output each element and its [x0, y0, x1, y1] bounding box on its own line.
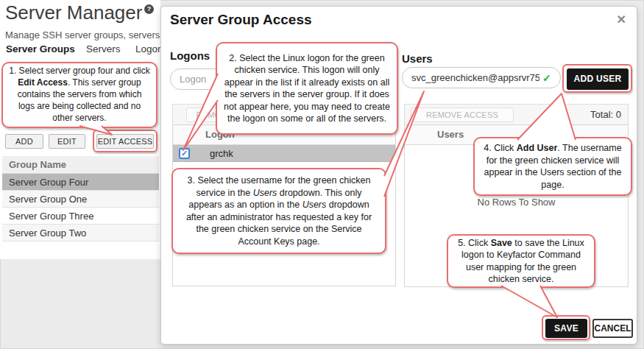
- users-dropdown-input[interactable]: [402, 67, 561, 88]
- table-row-server-group-three[interactable]: Server Group Three: [2, 208, 159, 225]
- page-subtitle: Manage SSH server groups, servers, a: [5, 29, 160, 40]
- users-label: Users: [402, 52, 433, 65]
- close-icon[interactable]: ✕: [617, 13, 626, 27]
- edit-button[interactable]: EDIT: [49, 134, 85, 149]
- callout-step-2: 2. Select the Linux logon for the green …: [216, 42, 398, 135]
- logon-row-label: grchk: [173, 145, 395, 162]
- help-icon[interactable]: ?: [144, 4, 154, 14]
- valid-check-icon: ✓: [542, 72, 551, 84]
- logon-checkbox[interactable]: ✓: [179, 148, 190, 159]
- screenshot-root: Server Manager ? Manage SSH server group…: [0, 0, 644, 349]
- no-rows-message: No Rows To Show: [405, 197, 628, 208]
- cancel-button[interactable]: CANCEL: [592, 319, 633, 338]
- add-user-button[interactable]: ADD USER: [567, 68, 629, 90]
- tab-logons[interactable]: Logon: [135, 43, 160, 54]
- tab-server-groups[interactable]: Server Groups: [6, 43, 75, 54]
- table-row-server-group-one[interactable]: Server Group One: [2, 191, 159, 208]
- remove-access-button[interactable]: REMOVE ACCESS: [411, 107, 514, 122]
- tab-servers[interactable]: Servers: [86, 43, 121, 54]
- group-name-header: Group Name: [2, 156, 159, 174]
- table-row-server-group-two[interactable]: Server Group Two: [2, 225, 159, 242]
- page-title: Server Manager: [5, 1, 142, 24]
- users-toolbar: REMOVE ACCESS Total: 0: [404, 104, 629, 125]
- group-name-table: Group Name Server Group Four Server Grou…: [2, 156, 159, 242]
- callout-step-1: 1. Select server group four and click Ed…: [1, 62, 158, 128]
- modal-title: Server Group Access: [170, 12, 312, 28]
- server-manager-page: Server Manager ? Manage SSH server group…: [0, 0, 160, 259]
- total-count: Total: 0: [590, 109, 621, 120]
- callout-step-4: 4. Click Add User. The username for the …: [473, 137, 632, 196]
- logons-label: Logons: [170, 49, 210, 62]
- table-row-server-group-four[interactable]: Server Group Four: [2, 174, 159, 191]
- save-button[interactable]: SAVE: [545, 319, 587, 338]
- callout-step-5: 5. Click Save to save the Linux logon to…: [447, 234, 595, 288]
- edit-access-button[interactable]: EDIT ACCESS: [96, 134, 154, 149]
- callout-step-3: 3. Select the username for the green chi…: [171, 168, 386, 254]
- logon-row-grchk[interactable]: ✓ grchk: [173, 145, 395, 162]
- add-button[interactable]: ADD: [5, 134, 43, 149]
